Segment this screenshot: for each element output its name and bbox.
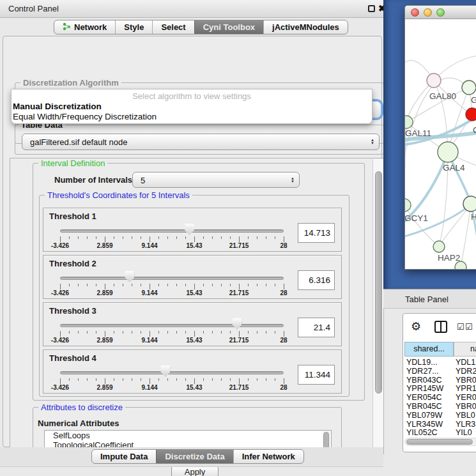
minor-tick bbox=[257, 236, 257, 239]
network-view-window[interactable]: GAL80GACGAL11GAL4GCY1HHAP2 bbox=[404, 5, 476, 270]
column-header-name[interactable]: na bbox=[454, 342, 476, 357]
network-node[interactable] bbox=[466, 108, 476, 121]
table-data-combobox[interactable]: galFiltered.sif default node ▲▼ bbox=[22, 134, 380, 150]
control-panel-titlebar: Control Panel ✖ bbox=[0, 0, 383, 18]
tick-label: 28 bbox=[280, 242, 287, 249]
network-node[interactable] bbox=[455, 261, 466, 270]
minor-tick bbox=[167, 378, 168, 381]
network-node[interactable] bbox=[405, 199, 411, 211]
algorithm-prompt: Select algorithm to view settings bbox=[12, 91, 372, 102]
float-window-icon[interactable] bbox=[368, 5, 375, 12]
slider-thumb[interactable] bbox=[125, 271, 134, 282]
cell-shared-name: YBR045C bbox=[406, 402, 442, 411]
horizontal-scrollbar[interactable] bbox=[404, 438, 476, 446]
tab-jactivemnodules[interactable]: jActiveMNodules bbox=[263, 20, 348, 34]
minor-tick bbox=[257, 378, 257, 381]
zoom-traffic-light[interactable] bbox=[436, 8, 445, 17]
table-row[interactable]: YIL052CYIL0 bbox=[403, 428, 476, 437]
table-rows: YDL19...YDL1YDR27...YDR2YBR043CYBR0YPR14… bbox=[403, 358, 476, 437]
minor-tick bbox=[230, 236, 231, 239]
table-row[interactable]: YDL19...YDL1 bbox=[403, 358, 476, 367]
threshold-label: Threshold 2 bbox=[49, 259, 96, 268]
minor-tick bbox=[158, 236, 159, 239]
minor-tick bbox=[248, 331, 249, 334]
minor-tick bbox=[230, 378, 231, 381]
close-traffic-light[interactable] bbox=[411, 8, 419, 17]
vertical-scrollbar[interactable] bbox=[372, 159, 383, 454]
threshold-value-input[interactable]: 6.316 bbox=[298, 270, 335, 290]
checkbox-icon[interactable]: ☑ bbox=[465, 322, 473, 332]
minor-tick bbox=[257, 331, 257, 334]
tab-select[interactable]: Select bbox=[152, 20, 194, 34]
network-canvas[interactable]: GAL80GACGAL11GAL4GCY1HHAP2 bbox=[405, 19, 476, 270]
scrollbar-thumb[interactable] bbox=[375, 171, 382, 394]
minor-tick bbox=[212, 236, 213, 239]
tab-label: Impute Data bbox=[100, 452, 148, 461]
minor-tick bbox=[78, 236, 79, 239]
slider-track[interactable] bbox=[60, 371, 284, 374]
tab-label: Discretize Data bbox=[165, 452, 224, 461]
table-row[interactable]: YBR045CYBR0 bbox=[403, 402, 476, 411]
tab-style[interactable]: Style bbox=[115, 20, 152, 34]
cell-shared-name: YPR145W bbox=[406, 384, 443, 393]
number-of-intervals-combobox[interactable]: 5 ▲▼ bbox=[132, 172, 300, 188]
cell-name: YBR0 bbox=[456, 376, 476, 385]
minor-tick bbox=[141, 378, 141, 381]
split-columns-icon[interactable] bbox=[434, 321, 447, 333]
algorithm-option-manual[interactable]: Manual Discretization bbox=[12, 102, 372, 112]
major-tick bbox=[284, 378, 284, 384]
minor-tick bbox=[212, 284, 213, 286]
tab-infer-network[interactable]: Infer Network bbox=[233, 450, 303, 463]
discretization-algorithm-title: Discretization Algorithm bbox=[20, 78, 121, 88]
table-row[interactable]: YDR27...YDR2 bbox=[403, 367, 476, 376]
table-row[interactable]: YPR145WYPR1 bbox=[403, 384, 476, 393]
table-row[interactable]: YER054CYER0 bbox=[403, 393, 476, 402]
network-node[interactable] bbox=[462, 81, 476, 95]
network-node[interactable] bbox=[427, 73, 441, 88]
attribute-item[interactable]: SelfLoops bbox=[45, 431, 331, 440]
minor-tick bbox=[78, 331, 79, 334]
minor-tick bbox=[221, 378, 222, 381]
slider-track[interactable] bbox=[60, 229, 284, 233]
threshold-value-input[interactable]: 21.4 bbox=[298, 318, 335, 337]
scrollbar-thumb[interactable] bbox=[406, 439, 473, 445]
table-data-group: Table Data galFiltered.sif default node … bbox=[15, 125, 384, 155]
table-row[interactable]: YLR345WYLR3 bbox=[403, 420, 476, 429]
slider-track[interactable] bbox=[60, 277, 284, 280]
slider-tick-labels: -3.4262.8599.14415.4321.71528 bbox=[60, 242, 284, 250]
algorithm-option-equal-width[interactable]: Equal Width/Frequency Discretization bbox=[12, 112, 372, 122]
minimize-traffic-light[interactable] bbox=[424, 8, 432, 17]
threshold-value-input[interactable]: 11.344 bbox=[298, 365, 335, 385]
tab-cyni-toolbox[interactable]: Cyni Toolbox bbox=[194, 20, 263, 34]
cell-name: YLR3 bbox=[456, 420, 475, 429]
checkbox-icon[interactable]: ☑ bbox=[457, 322, 464, 332]
table-row[interactable]: YBL079WYBL0 bbox=[403, 411, 476, 420]
network-graph[interactable]: GAL80GACGAL11GAL4GCY1HHAP2 bbox=[405, 19, 476, 270]
thresholds-group-title: Threshold's Coordinates for 5 Intervals bbox=[45, 190, 192, 200]
major-tick bbox=[194, 331, 195, 337]
tick-label: -3.426 bbox=[51, 384, 69, 391]
column-header-shared-name[interactable]: shared... bbox=[404, 342, 454, 357]
network-node[interactable] bbox=[438, 142, 458, 162]
table-row[interactable]: YBR043CYBR0 bbox=[403, 376, 476, 385]
tab-impute-data[interactable]: Impute Data bbox=[92, 450, 156, 463]
number-of-intervals-label: Number of Intervals bbox=[54, 175, 132, 185]
slider-thumb[interactable] bbox=[232, 318, 242, 330]
network-node[interactable] bbox=[463, 196, 476, 211]
network-node[interactable] bbox=[433, 241, 445, 252]
slider-tick-labels: -3.4262.8599.14415.4321.71528 bbox=[60, 289, 284, 297]
tab-network[interactable]: Network bbox=[54, 20, 115, 34]
network-edge bbox=[461, 204, 471, 267]
gear-icon[interactable]: ⚙ bbox=[411, 319, 421, 334]
tick-label: 15.43 bbox=[186, 242, 202, 249]
minor-tick bbox=[203, 284, 204, 286]
slider-thumb[interactable] bbox=[185, 224, 194, 235]
tab-discretize-data[interactable]: Discretize Data bbox=[156, 450, 233, 463]
node-label: GA bbox=[471, 95, 476, 105]
major-tick bbox=[239, 331, 240, 337]
minor-tick bbox=[114, 331, 114, 334]
slider-track[interactable] bbox=[60, 324, 284, 327]
threshold-value-input[interactable]: 14.713 bbox=[298, 223, 335, 243]
minor-tick bbox=[266, 236, 266, 239]
slider-thumb[interactable] bbox=[160, 365, 170, 377]
